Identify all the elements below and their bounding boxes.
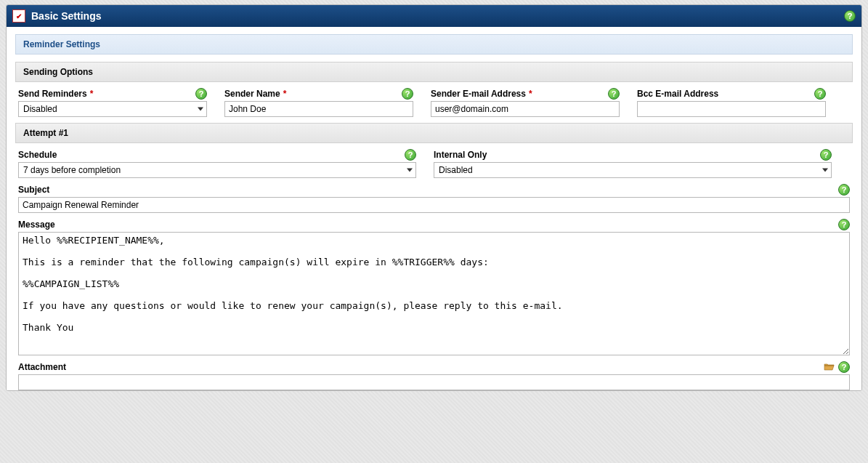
sender-name-label: Sender Name (224, 89, 280, 99)
field-internal-only: Internal Only ? Disabled (434, 149, 832, 178)
help-icon[interactable]: ? (608, 88, 620, 100)
field-sender-email: Sender E-mail Address * ? (431, 88, 620, 117)
send-reminders-label: Send Reminders (18, 89, 87, 99)
internal-only-label: Internal Only (434, 150, 487, 160)
field-attachment: Attachment ? (18, 361, 850, 390)
help-icon[interactable]: ? (844, 10, 856, 22)
schedule-select[interactable]: 7 days before completion (18, 162, 416, 178)
basic-settings-panel: ✔ Basic Settings ? Reminder Settings Sen… (6, 4, 862, 391)
section-reminder-settings: Reminder Settings (15, 34, 853, 55)
help-icon[interactable]: ? (838, 219, 850, 230)
field-bcc-email: Bcc E-mail Address ? (637, 88, 826, 117)
bcc-email-input[interactable] (637, 101, 826, 117)
field-sender-name: Sender Name * ? (224, 88, 413, 117)
subject-input[interactable] (18, 197, 850, 213)
internal-only-select[interactable]: Disabled (434, 162, 832, 178)
sender-email-label: Sender E-mail Address (431, 89, 526, 99)
group-attempt-1: Attempt #1 (15, 123, 853, 143)
help-icon[interactable]: ? (814, 88, 826, 100)
chevron-down-icon (198, 108, 203, 111)
message-label: Message (18, 220, 55, 230)
message-textarea[interactable]: Hello %%RECIPIENT_NAME%%, This is a remi… (18, 232, 850, 355)
required-marker: * (529, 89, 532, 99)
subject-label: Subject (18, 185, 49, 195)
attachment-input[interactable] (18, 374, 850, 390)
schedule-label: Schedule (18, 150, 57, 160)
field-subject: Subject ? (18, 184, 850, 213)
sender-email-input[interactable] (431, 101, 620, 117)
required-marker: * (283, 89, 287, 99)
field-message: Message ? Hello %%RECIPIENT_NAME%%, This… (18, 219, 850, 355)
send-reminders-select[interactable]: Disabled (18, 101, 207, 117)
group-sending-options: Sending Options (15, 62, 853, 82)
help-icon[interactable]: ? (402, 88, 413, 100)
panel-title: Basic Settings (31, 10, 101, 22)
folder-open-icon[interactable] (824, 361, 835, 373)
send-reminders-value: Disabled (23, 104, 57, 114)
attachment-label: Attachment (18, 362, 66, 372)
internal-only-value: Disabled (439, 165, 473, 175)
required-marker: * (90, 89, 94, 99)
help-icon[interactable]: ? (405, 149, 416, 161)
checklist-icon: ✔ (12, 9, 25, 23)
chevron-down-icon (407, 169, 413, 172)
field-schedule: Schedule ? 7 days before completion (18, 149, 416, 178)
help-icon[interactable]: ? (838, 361, 850, 373)
field-send-reminders: Send Reminders * ? Disabled (18, 88, 207, 117)
help-icon[interactable]: ? (820, 149, 832, 161)
sender-name-input[interactable] (224, 101, 413, 117)
schedule-value: 7 days before completion (23, 165, 121, 175)
help-icon[interactable]: ? (195, 88, 207, 100)
chevron-down-icon (822, 169, 828, 172)
bcc-email-label: Bcc E-mail Address (637, 89, 718, 99)
help-icon[interactable]: ? (838, 184, 850, 196)
panel-header: ✔ Basic Settings ? (7, 5, 861, 27)
